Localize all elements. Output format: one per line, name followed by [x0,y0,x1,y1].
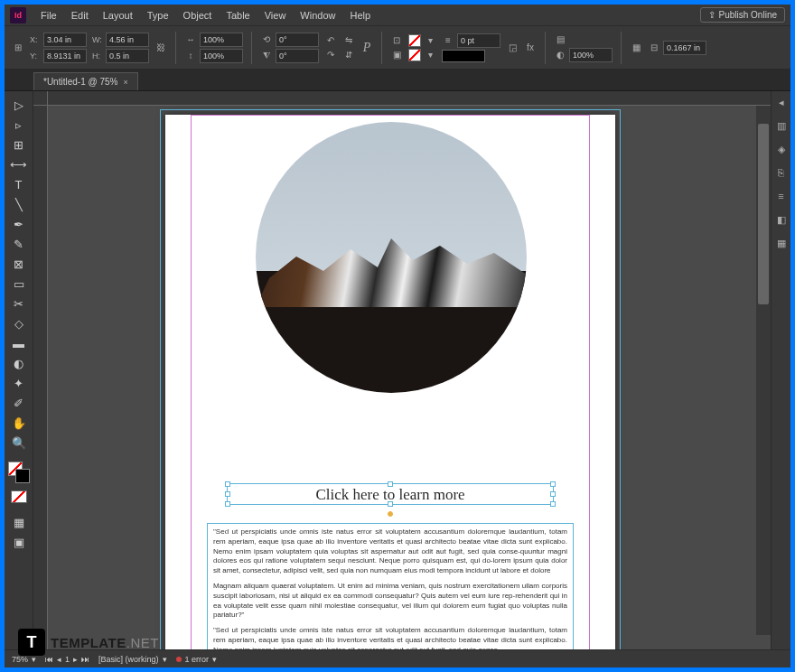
rectangle-tool[interactable]: ▭ [6,274,32,294]
tab-close-icon[interactable]: × [123,78,127,87]
align-icon[interactable]: ▦ [630,42,642,54]
ruler-horizontal[interactable] [48,91,771,106]
zoom-level[interactable]: 75%▾ [12,655,36,664]
menu-edit[interactable]: Edit [64,10,96,21]
rotate-cw-icon[interactable]: ↷ [324,49,337,61]
scrollbar-vertical[interactable] [756,106,771,635]
selection-tool[interactable]: ▷ [6,95,32,115]
menu-object[interactable]: Object [176,10,220,21]
document-tab[interactable]: *Untitled-1 @ 75% × [33,72,138,90]
last-page-icon[interactable]: ⏭ [81,655,89,664]
view-mode-normal[interactable]: ▦ [6,512,32,532]
formatting-container-icon[interactable] [6,487,32,507]
stroke-color-icon[interactable] [15,469,30,483]
page-tool[interactable]: ⊞ [6,135,32,154]
image-frame-circle[interactable] [256,122,527,393]
first-page-icon[interactable]: ⏮ [45,655,53,664]
swatches-panel-icon[interactable]: ▦ [774,236,789,250]
h-label: H: [92,51,103,61]
opacity-input[interactable] [569,48,613,62]
page-navigator[interactable]: ⏮ ◂ 1 ▸ ⏭ [45,655,89,664]
menu-help[interactable]: Help [342,10,378,21]
stroke-swatch[interactable] [408,49,421,61]
flip-h-icon[interactable]: ⇋ [342,34,355,47]
h-input[interactable] [106,49,149,63]
ruler-vertical[interactable] [33,106,48,649]
pages-panel-icon[interactable]: ▥ [774,118,789,133]
handle-bl[interactable] [225,501,230,507]
auto-fit-icon[interactable]: ⊡ [390,34,403,47]
layers-panel-icon[interactable]: ◈ [774,142,789,156]
paragraph-icon[interactable]: P [360,42,373,54]
handle-bc[interactable] [388,501,393,507]
constrain-icon[interactable]: ⛓ [154,42,167,54]
scrollbar-thumb[interactable] [758,124,769,304]
color-panel-icon[interactable]: ◧ [774,212,789,227]
corner-options-icon[interactable]: ◲ [506,42,519,54]
stroke-panel-icon[interactable]: ≡ [774,189,789,203]
rotation-handle[interactable] [388,511,393,517]
gradient-swatch-tool[interactable]: ▬ [6,333,32,353]
w-input[interactable] [106,33,149,47]
handle-tr[interactable] [550,481,556,487]
gap-tool[interactable]: ⟷ [6,154,32,174]
fill-swatch[interactable] [408,34,421,47]
links-panel-icon[interactable]: ⎘ [774,165,789,180]
hand-tool[interactable]: ✋ [6,413,32,433]
x-input[interactable] [43,33,87,47]
page[interactable]: Click here to learn more [165,115,615,649]
stroke-weight-input[interactable] [457,33,500,48]
handle-mr[interactable] [550,491,556,497]
fit-frame-icon[interactable]: ▣ [390,49,403,61]
preflight-profile[interactable]: [Basic] (working)▾ [98,655,167,664]
gradient-feather-tool[interactable]: ◐ [6,353,32,373]
publish-online-button[interactable]: ⇪ Publish Online [700,7,785,23]
ruler-origin[interactable] [33,91,48,106]
expand-panels-icon[interactable]: ◂ [774,95,789,109]
free-transform-tool[interactable]: ◇ [6,313,32,333]
reference-point-icon[interactable]: ⊞ [12,42,24,54]
menu-table[interactable]: Table [219,10,257,21]
scale-x-input[interactable] [200,33,243,47]
effects-icon[interactable]: fx [524,42,537,54]
y-input[interactable] [43,49,87,63]
body-para-3: "Sed ut perspiciatis unde omnis iste nat… [213,626,567,649]
scale-y-input[interactable] [200,49,243,63]
shear-input[interactable] [276,49,319,63]
preflight-status[interactable]: 1 error▾ [176,655,218,664]
handle-ml[interactable] [225,491,230,497]
direct-selection-tool[interactable]: ▹ [6,115,32,135]
zoom-tool[interactable]: 🔍 [6,433,32,453]
rotate-input[interactable] [276,33,319,47]
menu-file[interactable]: File [33,10,64,21]
line-tool[interactable]: ╲ [6,194,32,214]
menu-window[interactable]: Window [293,10,342,21]
handle-br[interactable] [550,501,556,507]
text-wrap-icon[interactable]: ▤ [554,33,566,46]
chevron-down-icon[interactable]: ▾ [424,34,436,47]
chevron-down-icon[interactable]: ▾ [424,49,436,61]
eyedropper-tool[interactable]: ✐ [6,393,32,413]
menu-layout[interactable]: Layout [96,10,140,21]
body-text-frame[interactable]: "Sed ut perspiciatis unde omnis iste nat… [207,523,574,649]
handle-tl[interactable] [225,481,230,487]
flip-v-icon[interactable]: ⇵ [342,49,355,61]
gap-input[interactable] [663,41,706,55]
rotate-ccw-icon[interactable]: ↶ [324,34,337,47]
type-tool[interactable]: T [6,174,32,194]
view-mode-preview[interactable]: ▣ [6,532,32,552]
handle-tc[interactable] [388,481,393,487]
fill-stroke-swatch[interactable] [8,462,30,483]
scissors-tool[interactable]: ✂ [6,294,32,313]
pasteboard[interactable]: Click here to learn more [48,106,756,649]
rectangle-frame-tool[interactable]: ⊠ [6,254,32,274]
heading-text-frame[interactable]: Click here to learn more [227,483,554,505]
pen-tool[interactable]: ✒ [6,214,32,234]
menu-type[interactable]: Type [140,10,176,21]
prev-page-icon[interactable]: ◂ [57,655,61,664]
pencil-tool[interactable]: ✎ [6,234,32,254]
next-page-icon[interactable]: ▸ [73,655,78,664]
note-tool[interactable]: ✦ [6,373,32,393]
stroke-style-swatch[interactable] [442,50,485,62]
menu-view[interactable]: View [257,10,294,21]
